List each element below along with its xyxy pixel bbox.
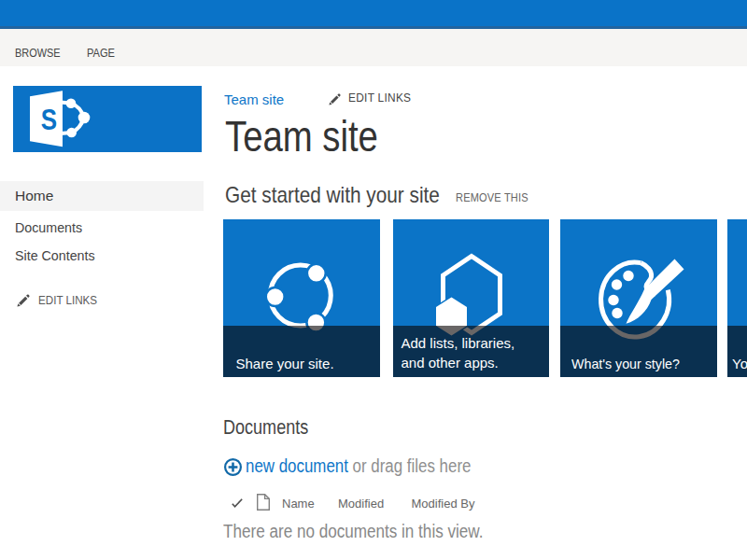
svg-text:S: S bbox=[41, 103, 57, 135]
